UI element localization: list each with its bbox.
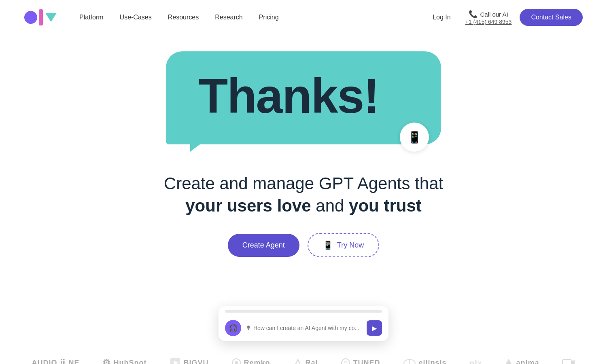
contact-sales-button[interactable]: Contact Sales: [520, 9, 583, 26]
remko-icon: [231, 358, 241, 364]
nav-pricing[interactable]: Pricing: [253, 11, 285, 24]
phone-small-icon: 📱: [323, 240, 333, 250]
call-number: +1 (415) 649 8953: [465, 19, 512, 25]
navbar-left: Platform Use-Cases Resources Research Pr…: [24, 9, 285, 25]
logo-triangle: [45, 13, 57, 22]
try-now-button[interactable]: 📱 Try Now: [308, 233, 379, 257]
hero-subtitle: Create and manage GPT Agents that your u…: [164, 173, 443, 217]
remko-label: Remko: [244, 359, 270, 364]
logo-anima: anima: [504, 358, 539, 364]
hubspot-label: HubSpot: [113, 359, 146, 364]
logo-hubspot: ⚙ HubSpot: [102, 358, 146, 364]
phone-overlay-icon: 📱: [400, 123, 429, 152]
logo-bar: [39, 9, 43, 25]
navbar: Platform Use-Cases Resources Research Pr…: [0, 0, 607, 35]
call-ai-button[interactable]: 📞 Call our AI +1 (415) 649 8953: [465, 10, 512, 25]
audioone-label: AUDIO: [32, 359, 57, 364]
bigvu-icon: [170, 357, 181, 364]
audioone-suffix: NE: [68, 359, 79, 364]
tuned-label: TUNED: [353, 359, 380, 364]
chat-bubble: Thanks!: [166, 51, 441, 144]
chat-bubble-tail: [190, 140, 206, 152]
send-button[interactable]: ▶: [367, 320, 382, 336]
nav-use-cases[interactable]: Use-Cases: [113, 11, 158, 24]
logos-section: AUDIO ⣿ NE ⚙ HubSpot BIGVU Remko: [0, 345, 607, 364]
logo-circle: [24, 11, 37, 24]
audioone-icon: ⣿: [59, 358, 66, 364]
subtitle-bold2: you trust: [349, 196, 422, 215]
svg-marker-8: [505, 359, 513, 364]
video-icon: [562, 358, 575, 364]
rai-icon: [293, 358, 303, 364]
bigvu-label: BIGVU: [183, 359, 208, 364]
call-icon: 📞: [469, 10, 478, 19]
chat-widget-body: 🎧 ▶: [219, 317, 388, 341]
logo-remko: Remko: [231, 358, 270, 364]
hero-subtitle-line1: Create and manage GPT Agents that: [164, 173, 443, 195]
chat-widget[interactable]: 🎧 ▶: [219, 306, 388, 341]
nlx-icon: nlx: [469, 358, 481, 364]
subtitle-part1: Create and manage GPT Agents that: [164, 174, 443, 193]
log-in-button[interactable]: Log In: [426, 11, 457, 24]
logo-bigvu: BIGVU: [170, 357, 208, 364]
anima-label: anima: [516, 359, 539, 364]
subtitle-bold1: your users love: [185, 196, 311, 215]
chat-widget-section: 🎧 ▶: [0, 298, 607, 345]
create-agent-button[interactable]: Create Agent: [228, 234, 299, 257]
chat-bubble-container: Thanks! 📱: [166, 51, 441, 144]
chat-widget-handle: [225, 310, 382, 313]
logo-more: [562, 358, 575, 364]
nav-platform[interactable]: Platform: [73, 11, 110, 24]
logo-audioone: AUDIO ⣿ NE: [32, 358, 79, 364]
chat-input[interactable]: [246, 325, 362, 331]
call-ai-label: Call our AI: [480, 11, 508, 18]
call-ai-top: 📞 Call our AI: [469, 10, 508, 19]
anima-icon: [504, 358, 514, 364]
thanks-text: Thanks!: [198, 69, 379, 123]
logo-tuned: TUNED: [341, 358, 380, 364]
ellipsis-icon: [403, 358, 416, 364]
nav-research[interactable]: Research: [208, 11, 249, 24]
try-now-label: Try Now: [337, 241, 364, 250]
hero-section: Thanks! 📱 Create and manage GPT Agents t…: [0, 35, 607, 298]
logo[interactable]: [24, 9, 57, 25]
svg-marker-10: [571, 360, 575, 364]
rai-label: Rai: [305, 359, 318, 364]
nav-links: Platform Use-Cases Resources Research Pr…: [73, 11, 285, 24]
tuned-icon: [341, 358, 350, 364]
hero-subtitle-line2: your users love and you trust: [164, 195, 443, 217]
phone-icon: 📱: [407, 131, 422, 144]
svg-point-3: [235, 361, 238, 364]
logo-rai: Rai: [293, 358, 318, 364]
mic-icon[interactable]: 🎧: [225, 320, 241, 336]
svg-text:nlx: nlx: [469, 359, 481, 364]
svg-rect-9: [562, 360, 571, 364]
hubspot-icon: ⚙: [102, 358, 111, 364]
logos-container: AUDIO ⣿ NE ⚙ HubSpot BIGVU Remko: [24, 357, 583, 364]
cta-buttons: Create Agent 📱 Try Now: [228, 233, 379, 257]
subtitle-and: and: [316, 196, 349, 215]
navbar-right: Log In 📞 Call our AI +1 (415) 649 8953 C…: [426, 9, 583, 26]
ellipsis-label: ellipsis: [418, 359, 446, 364]
nav-resources[interactable]: Resources: [161, 11, 205, 24]
logo-ellipsis: ellipsis: [403, 358, 446, 364]
logo-nlx: nlx: [469, 358, 481, 364]
